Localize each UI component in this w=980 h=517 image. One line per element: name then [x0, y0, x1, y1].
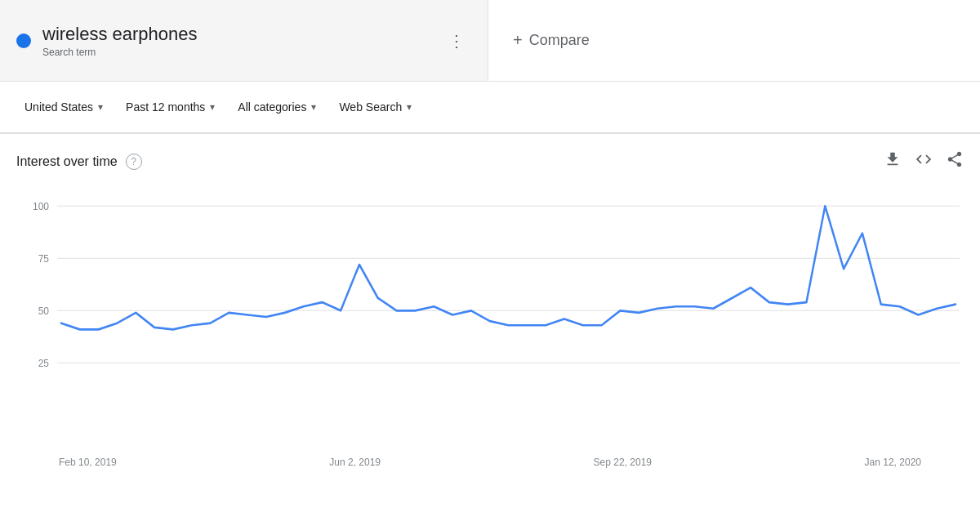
- x-label-3: Sep 22, 2019: [594, 457, 652, 468]
- search-type-filter-label: Web Search: [339, 100, 402, 114]
- category-chevron-icon: ▾: [311, 101, 316, 113]
- chart-header: Interest over time ?: [16, 150, 964, 172]
- chart-title: Interest over time: [16, 154, 118, 169]
- share-icon[interactable]: [946, 150, 964, 172]
- region-chevron-icon: ▾: [98, 101, 103, 113]
- filters-bar: United States ▾ Past 12 months ▾ All cat…: [0, 82, 980, 134]
- search-term-indicator: [16, 33, 31, 48]
- region-filter[interactable]: United States ▾: [16, 96, 111, 118]
- x-label-2: Jun 2, 2019: [329, 457, 381, 468]
- chart-section: Interest over time ? 100 75: [0, 134, 980, 468]
- period-filter[interactable]: Past 12 months ▾: [118, 96, 223, 118]
- compare-panel[interactable]: + Compare: [488, 0, 614, 81]
- help-icon[interactable]: ?: [126, 154, 142, 170]
- search-term-type: Search term: [42, 47, 198, 58]
- download-icon[interactable]: [884, 150, 902, 172]
- category-filter-label: All categories: [238, 100, 306, 114]
- chart-title-row: Interest over time ?: [16, 154, 142, 170]
- svg-text:50: 50: [38, 305, 49, 316]
- region-filter-label: United States: [24, 100, 93, 114]
- x-label-1: Feb 10, 2019: [59, 457, 117, 468]
- embed-icon[interactable]: [915, 150, 933, 172]
- search-term-left: wireless earphones Search term: [16, 24, 198, 58]
- search-term-name: wireless earphones: [42, 24, 198, 45]
- search-term-text: wireless earphones Search term: [42, 24, 198, 58]
- category-filter[interactable]: All categories ▾: [229, 96, 324, 118]
- header: wireless earphones Search term ⋮ + Compa…: [0, 0, 980, 82]
- interest-over-time-chart: 100 75 50 25: [16, 189, 964, 450]
- compare-plus-icon: +: [513, 31, 523, 50]
- search-term-panel: wireless earphones Search term ⋮: [0, 0, 488, 81]
- period-chevron-icon: ▾: [210, 101, 215, 113]
- search-type-filter[interactable]: Web Search ▾: [331, 96, 420, 118]
- x-axis-labels: Feb 10, 2019 Jun 2, 2019 Sep 22, 2019 Ja…: [16, 450, 964, 468]
- search-type-chevron-icon: ▾: [407, 101, 412, 113]
- chart-actions: [884, 150, 964, 172]
- svg-text:100: 100: [33, 200, 49, 212]
- more-options-icon[interactable]: ⋮: [442, 25, 471, 57]
- period-filter-label: Past 12 months: [126, 100, 205, 114]
- svg-text:75: 75: [38, 252, 49, 264]
- x-label-4: Jan 12, 2020: [865, 457, 921, 468]
- compare-label: Compare: [529, 32, 590, 49]
- svg-text:25: 25: [38, 357, 49, 368]
